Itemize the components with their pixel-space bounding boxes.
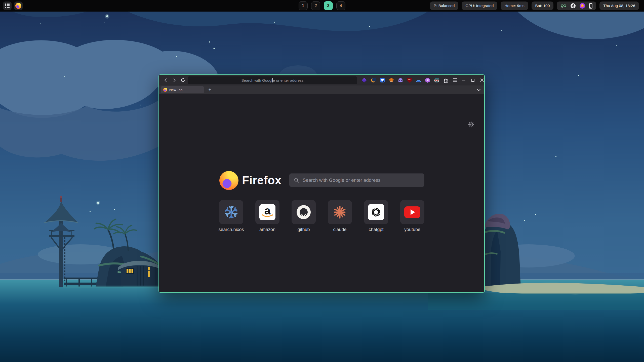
firefox-icon [15, 3, 21, 9]
shortcut-amazon[interactable]: a amazon [249, 200, 286, 232]
firewall-flame-icon[interactable] [580, 3, 585, 9]
ublock-origin-extension-icon[interactable]: UO [407, 77, 412, 83]
new-tab-page: Firefox Search with Google or enter addr… [159, 94, 484, 292]
back-button[interactable] [163, 77, 169, 83]
forward-button[interactable] [171, 77, 178, 83]
menu-hamburger-button[interactable] [452, 77, 458, 83]
top-status-bar: 1 2 3 4 P: Balanced GPU: Integrated Home… [0, 0, 644, 12]
chatgpt-icon [368, 204, 384, 220]
newtab-search-input[interactable]: Search with Google or enter address [289, 173, 424, 187]
github-tile [292, 200, 316, 224]
firefox-launcher-button[interactable] [14, 2, 23, 10]
ping-chip: Home: 9ms [501, 2, 528, 10]
window-controls [460, 75, 485, 85]
maximize-button[interactable] [469, 77, 476, 84]
shortcut-search-nixos[interactable]: search.nixos [213, 200, 249, 232]
phone-icon[interactable] [589, 3, 592, 9]
amazon-smile-icon [262, 214, 273, 218]
gpu-chip: GPU: Integrated [462, 2, 497, 10]
close-button[interactable] [478, 77, 485, 84]
tab-list-chevron-button[interactable] [476, 87, 482, 93]
personalize-gear-button[interactable] [468, 121, 474, 128]
spy-face-extension-icon[interactable] [434, 77, 439, 83]
search-placeholder: Search with Google or enter address [303, 177, 380, 183]
shortcut-label: search.nixos [213, 227, 249, 232]
claude-starburst-icon [332, 204, 348, 220]
firefox-wordmark: Firefox [242, 173, 281, 187]
openai-knot-icon [370, 206, 382, 218]
github-octocat-icon [296, 204, 312, 220]
tab-new-tab[interactable]: New Tab [161, 86, 204, 93]
play-triangle-icon [411, 209, 415, 215]
amazon-icon: a [259, 204, 275, 220]
tab-bar: New Tab + [159, 85, 484, 94]
reload-button[interactable] [180, 77, 186, 83]
claude-tile [328, 200, 352, 224]
shortcut-label: amazon [249, 227, 286, 232]
url-bar[interactable]: Search with Google or enter address [188, 76, 357, 84]
workspace-switcher: 1 2 3 4 [299, 1, 345, 10]
grid-icon [5, 4, 10, 8]
youtube-tile [400, 200, 424, 224]
new-tab-button[interactable]: + [206, 86, 213, 93]
urlbar-placeholder-left: Search with Googl [242, 78, 272, 82]
crescent-extension-icon[interactable] [371, 77, 376, 83]
hexagon-asterisk-extension-icon[interactable]: ✳ [425, 77, 430, 83]
shortcut-claude[interactable]: claude [322, 200, 358, 232]
shortcut-label: github [286, 227, 322, 232]
firefox-window: Search with Google or enter address UO ✳ [158, 74, 485, 293]
vpn-arc-extension-icon[interactable] [416, 77, 421, 83]
workspace-3-active[interactable]: 3 [324, 1, 333, 10]
diamond-extension-icon[interactable] [361, 77, 367, 83]
power-profile-chip[interactable]: P: Balanced [430, 2, 459, 10]
desktop: 1 2 3 4 P: Balanced GPU: Integrated Home… [0, 0, 644, 362]
shortcut-youtube[interactable]: youtube [394, 200, 430, 232]
chatgpt-tile [364, 200, 388, 224]
battery-chip: Bat: 100 [532, 2, 554, 10]
shortcut-label: youtube [394, 227, 430, 232]
extensions-puzzle-button[interactable] [443, 77, 449, 83]
tab-favicon-firefox-icon [163, 88, 167, 92]
metamask-fox-extension-icon[interactable] [389, 77, 394, 83]
shortcut-chatgpt[interactable]: chatgpt [358, 200, 394, 232]
clock-chip[interactable]: Thu Aug 08, 18:26 [599, 2, 639, 10]
navigation-toolbar: Search with Google or enter address UO ✳ [159, 75, 484, 85]
workspace-4[interactable]: 4 [336, 1, 345, 10]
system-tray [557, 2, 596, 10]
search-icon [294, 177, 299, 183]
shortcut-label: chatgpt [358, 227, 394, 232]
newtab-hero: Firefox Search with Google or enter addr… [159, 171, 484, 191]
nixos-tile [219, 200, 243, 224]
vpn-goggles-icon[interactable] [560, 4, 567, 8]
ghostery-ghost-extension-icon[interactable] [398, 77, 403, 83]
bluetooth-icon[interactable] [571, 3, 576, 8]
app-launcher-button[interactable] [3, 2, 12, 10]
shortcut-github[interactable]: github [286, 200, 322, 232]
workspace-1[interactable]: 1 [299, 1, 308, 10]
bitwarden-extension-icon[interactable] [380, 77, 385, 83]
status-widgets: P: Balanced GPU: Integrated Home: 9ms Ba… [430, 2, 639, 10]
workspace-2[interactable]: 2 [311, 1, 320, 10]
firefox-logo [219, 171, 238, 190]
amazon-tile: a [255, 200, 279, 224]
urlbar-placeholder-right: e or enter address [273, 78, 304, 82]
youtube-icon [404, 206, 420, 218]
minimize-button[interactable] [460, 77, 467, 84]
tab-title: New Tab [169, 88, 182, 92]
extension-toolbar: UO ✳ [361, 75, 458, 85]
nixos-snowflake-icon [223, 204, 239, 220]
shortcut-label: claude [322, 227, 358, 232]
